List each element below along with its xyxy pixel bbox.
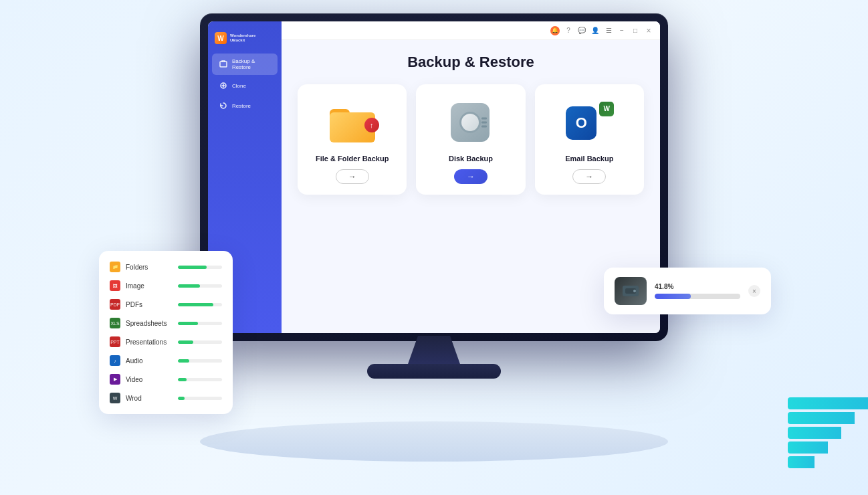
float-item-icon: PPT — [110, 336, 120, 347]
help-icon[interactable]: ? — [564, 26, 573, 35]
float-item-label: PDFs — [126, 301, 173, 308]
progress-close-button[interactable]: × — [748, 285, 760, 297]
backup-cards: ↑ File & Folder Backup → — [298, 84, 644, 195]
monitor: W Wondershare UBackit Backup & Restore — [200, 13, 668, 388]
float-item-label: Wrod — [126, 395, 173, 402]
teal-step-1 — [788, 397, 868, 409]
float-item-audio: ♪ Audio — [110, 355, 222, 366]
float-item-wrod: W Wrod — [110, 393, 222, 403]
svg-rect-0 — [220, 62, 227, 67]
disk-start-button[interactable]: → — [454, 169, 487, 184]
window-chrome: 🔔 ? 💬 👤 ☰ − □ × — [282, 21, 660, 40]
page-title: Backup & Restore — [298, 54, 644, 71]
file-folder-icon-area: ↑ — [326, 98, 379, 148]
sidebar-item-restore[interactable]: Restore — [212, 96, 278, 115]
email-icon-area: O W — [562, 98, 616, 148]
close-button[interactable]: × — [644, 26, 653, 35]
folder-icon: ↑ — [330, 104, 375, 142]
float-item-bar-fill — [178, 359, 189, 363]
float-item-image: 🖼 Image — [110, 280, 222, 291]
maximize-button[interactable]: □ — [631, 26, 640, 35]
float-item-icon: 📁 — [110, 262, 120, 272]
email-icon: O W — [566, 103, 613, 143]
sidebar-item-backup-label: Backup & Restore — [232, 58, 271, 70]
file-categories-panel: 📁 Folders 🖼 Image PDF PDFs XLS Spreadshe… — [99, 251, 233, 414]
float-item-icon: ▶ — [110, 374, 120, 385]
teal-step-5 — [788, 456, 815, 468]
teal-step-3 — [788, 427, 841, 439]
float-item-icon: W — [110, 393, 120, 403]
float-item-bar — [178, 284, 222, 288]
disk-backup-card: Disk Backup → — [416, 84, 525, 195]
float-item-presentations: PPT Presentations — [110, 336, 222, 347]
float-item-spreadsheets: XLS Spreadsheets — [110, 318, 222, 328]
sidebar-item-restore-label: Restore — [232, 103, 251, 109]
outlook-icon: O — [566, 106, 596, 140]
disk-body — [451, 103, 490, 142]
disk-icon-area — [444, 98, 498, 148]
chat-icon[interactable]: 💬 — [577, 26, 586, 35]
desk-platform — [200, 421, 668, 462]
monitor-bezel: W Wondershare UBackit Backup & Restore — [200, 13, 668, 341]
sidebar-item-backup-restore[interactable]: Backup & Restore — [212, 54, 278, 75]
teal-step-2 — [788, 412, 855, 424]
sidebar-item-clone-label: Clone — [232, 83, 246, 89]
float-item-bar — [178, 322, 222, 325]
float-item-bar — [178, 266, 222, 269]
float-item-label: Video — [126, 376, 173, 383]
float-item-label: Image — [126, 282, 173, 290]
restore-icon — [219, 101, 228, 110]
float-item-folders: 📁 Folders — [110, 262, 222, 272]
float-item-bar — [178, 340, 222, 344]
backup-restore-icon — [219, 60, 228, 69]
logo-text: Wondershare UBackit — [230, 33, 255, 43]
menu-icon[interactable]: ☰ — [604, 26, 613, 35]
float-item-bar — [178, 359, 222, 363]
sidebar-nav: Backup & Restore Clone Restore — [208, 54, 282, 115]
file-folder-card-label: File & Folder Backup — [316, 155, 389, 163]
user-icon[interactable]: 👤 — [590, 26, 600, 35]
progress-percent-label: 41.8% — [655, 283, 740, 290]
monitor-screen: W Wondershare UBackit Backup & Restore — [208, 21, 660, 333]
progress-area: 41.8% — [655, 283, 740, 299]
float-item-video: ▶ Video — [110, 374, 222, 385]
float-item-bar — [178, 397, 222, 400]
float-item-icon: XLS — [110, 318, 120, 328]
clone-icon — [219, 81, 228, 90]
float-item-bar-fill — [178, 303, 213, 306]
float-item-icon: PDF — [110, 299, 120, 310]
float-item-pdfs: PDF PDFs — [110, 299, 222, 310]
float-item-label: Audio — [126, 357, 173, 365]
word-badge-icon: W — [599, 102, 614, 116]
email-start-button[interactable]: → — [572, 169, 606, 184]
email-backup-card: O W Email Backup → — [535, 84, 644, 195]
disk-card-label: Disk Backup — [449, 155, 493, 163]
float-item-bar — [178, 378, 222, 381]
float-item-bar-fill — [178, 340, 193, 344]
float-item-bar-fill — [178, 397, 185, 400]
logo-icon: W — [215, 32, 227, 44]
float-item-label: Spreadsheets — [126, 320, 173, 327]
float-item-label: Folders — [126, 264, 173, 271]
teal-steps-decoration — [788, 397, 868, 468]
file-folder-start-button[interactable]: → — [336, 169, 369, 184]
folder-body: ↑ — [330, 112, 375, 142]
progress-fill — [655, 294, 691, 299]
svg-point-4 — [633, 290, 636, 292]
monitor-base — [367, 364, 501, 379]
folder-arrow-badge: ↑ — [364, 118, 379, 132]
disk-circle — [459, 112, 481, 133]
sidebar-item-clone[interactable]: Clone — [212, 76, 278, 95]
float-item-icon: 🖼 — [110, 280, 120, 291]
float-item-bar-fill — [178, 322, 198, 325]
drive-icon — [615, 277, 647, 305]
backup-progress-panel: 41.8% × — [604, 268, 771, 314]
notification-bell-icon[interactable]: 🔔 — [550, 26, 560, 35]
float-item-icon: ♪ — [110, 355, 120, 366]
float-item-bar — [178, 303, 222, 306]
file-folder-backup-card: ↑ File & Folder Backup → — [298, 84, 407, 195]
minimize-button[interactable]: − — [617, 26, 627, 35]
teal-step-4 — [788, 441, 828, 454]
app-logo: W Wondershare UBackit — [208, 28, 282, 54]
float-item-bar-fill — [178, 284, 200, 288]
